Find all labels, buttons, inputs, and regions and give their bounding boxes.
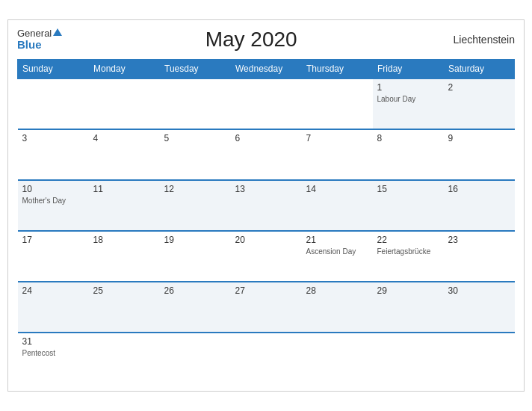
calendar-cell — [302, 333, 373, 383]
calendar-grid: SundayMondayTuesdayWednesdayThursdayFrid… — [17, 59, 515, 383]
day-number: 24 — [22, 285, 84, 296]
day-number: 21 — [306, 235, 368, 245]
logo-blue-text: Blue — [17, 39, 62, 52]
logo-general-text: General — [17, 28, 62, 39]
calendar-cell: 16 — [444, 180, 515, 231]
calendar-cell — [89, 333, 160, 383]
calendar-row: 1Labour Day2 — [18, 78, 515, 129]
day-number: 3 — [22, 133, 84, 143]
calendar-cell: 6 — [231, 129, 302, 180]
calendar-cell: 4 — [89, 129, 160, 180]
calendar-row: 1718192021Ascension Day22Feiertagsbrücke… — [18, 231, 515, 282]
calendar-cell: 23 — [444, 231, 515, 282]
weekday-header-saturday: Saturday — [444, 60, 515, 79]
calendar-cell — [231, 333, 302, 383]
calendar-row: 3456789 — [18, 129, 515, 180]
day-number: 12 — [164, 184, 226, 194]
weekday-header-tuesday: Tuesday — [160, 60, 231, 79]
day-number: 27 — [235, 285, 297, 296]
calendar-cell: 26 — [160, 282, 231, 333]
calendar-cell: 17 — [18, 231, 89, 282]
day-event: Ascension Day — [306, 247, 368, 256]
calendar-cell: 8 — [373, 129, 444, 180]
calendar-cell: 3 — [18, 129, 89, 180]
day-number: 22 — [377, 235, 439, 245]
calendar-cell — [89, 78, 160, 129]
day-number: 7 — [306, 133, 368, 143]
calendar-cell — [302, 78, 373, 129]
day-number: 23 — [448, 235, 510, 245]
calendar-cell: 21Ascension Day — [302, 231, 373, 282]
calendar-cell — [160, 333, 231, 383]
calendar-cell: 10Mother's Day — [18, 180, 89, 231]
calendar-cell: 14 — [302, 180, 373, 231]
day-number: 19 — [164, 235, 226, 245]
day-number: 14 — [306, 184, 368, 194]
day-number: 13 — [235, 184, 297, 194]
day-number: 5 — [164, 133, 226, 143]
calendar: General Blue May 2020 Liechtenstein Sund… — [7, 19, 525, 392]
day-event: Feiertagsbrücke — [377, 247, 439, 256]
calendar-cell: 15 — [373, 180, 444, 231]
calendar-row: 31Pentecost — [18, 333, 515, 383]
day-number: 17 — [22, 235, 84, 245]
weekday-header-friday: Friday — [373, 60, 444, 79]
weekday-header-row: SundayMondayTuesdayWednesdayThursdayFrid… — [18, 60, 515, 79]
calendar-cell: 20 — [231, 231, 302, 282]
day-event: Mother's Day — [22, 196, 84, 206]
day-number: 9 — [448, 133, 510, 143]
day-number: 29 — [377, 285, 439, 296]
day-number: 18 — [93, 235, 155, 245]
calendar-cell: 11 — [89, 180, 160, 231]
calendar-title: May 2020 — [62, 28, 440, 52]
day-number: 16 — [448, 184, 510, 194]
calendar-cell: 28 — [302, 282, 373, 333]
calendar-cell: 5 — [160, 129, 231, 180]
calendar-cell — [373, 333, 444, 383]
calendar-country: Liechtenstein — [440, 34, 515, 46]
day-number: 15 — [377, 184, 439, 194]
calendar-row: 24252627282930 — [18, 282, 515, 333]
day-number: 20 — [235, 235, 297, 245]
day-number: 25 — [93, 285, 155, 296]
day-number: 30 — [448, 285, 510, 296]
weekday-header-wednesday: Wednesday — [231, 60, 302, 79]
day-number: 31 — [22, 336, 84, 347]
calendar-cell — [160, 78, 231, 129]
calendar-cell: 13 — [231, 180, 302, 231]
calendar-cell: 18 — [89, 231, 160, 282]
calendar-cell: 22Feiertagsbrücke — [373, 231, 444, 282]
calendar-cell: 24 — [18, 282, 89, 333]
calendar-cell — [444, 333, 515, 383]
calendar-cell: 19 — [160, 231, 231, 282]
day-number: 28 — [306, 285, 368, 296]
day-number: 2 — [448, 82, 510, 93]
calendar-cell: 2 — [444, 78, 515, 129]
calendar-header: General Blue May 2020 Liechtenstein — [17, 28, 515, 52]
day-number: 4 — [93, 133, 155, 143]
day-number: 8 — [377, 133, 439, 143]
day-number: 10 — [22, 184, 84, 194]
day-number: 26 — [164, 285, 226, 296]
weekday-header-monday: Monday — [89, 60, 160, 79]
calendar-cell: 25 — [89, 282, 160, 333]
day-number: 6 — [235, 133, 297, 143]
day-number: 1 — [377, 82, 439, 93]
weekday-header-thursday: Thursday — [302, 60, 373, 79]
calendar-cell: 7 — [302, 129, 373, 180]
logo: General Blue — [17, 28, 62, 52]
logo-triangle-icon — [53, 28, 62, 36]
day-event: Labour Day — [377, 94, 439, 104]
calendar-cell: 12 — [160, 180, 231, 231]
calendar-cell — [18, 78, 89, 129]
calendar-cell: 9 — [444, 129, 515, 180]
calendar-cell: 29 — [373, 282, 444, 333]
calendar-cell: 27 — [231, 282, 302, 333]
calendar-row: 10Mother's Day111213141516 — [18, 180, 515, 231]
weekday-header-sunday: Sunday — [18, 60, 89, 79]
calendar-cell: 31Pentecost — [18, 333, 89, 383]
day-event: Pentecost — [22, 348, 84, 358]
calendar-cell — [231, 78, 302, 129]
calendar-cell: 1Labour Day — [373, 78, 444, 129]
calendar-cell: 30 — [444, 282, 515, 333]
